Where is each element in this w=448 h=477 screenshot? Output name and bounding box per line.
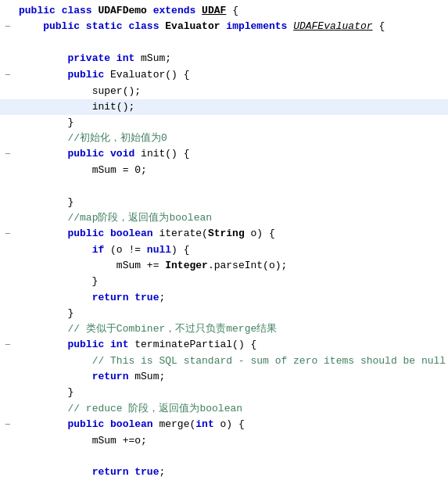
code-text-22: public int terminatePartial() { (16, 337, 448, 353)
code-line-23: // This is SQL standard - sum of zero it… (0, 353, 448, 369)
gutter-18 (0, 274, 16, 274)
code-line-21: // 类似于Combiner，不过只负责merge结果 (0, 321, 448, 337)
code-line-6: super(); (0, 84, 448, 99)
code-text-25: } (16, 385, 448, 400)
code-text-30: return true; (16, 464, 448, 477)
code-text-24: return mSum; (16, 369, 448, 385)
code-line-19: return true; (0, 290, 448, 306)
code-text-1: public class UDAFDemo extends UDAF { (16, 3, 448, 19)
gutter-25 (0, 385, 16, 386)
gutter-14 (0, 210, 16, 211)
code-text-23: // This is SQL standard - sum of zero it… (16, 353, 448, 369)
gutter-26 (0, 401, 16, 402)
code-text-14: //map阶段，返回值为boolean (16, 210, 448, 226)
code-text-10: public void init() { (16, 146, 448, 162)
code-text-15: public boolean iterate(String o) { (16, 226, 448, 242)
gutter-5: − (0, 67, 16, 84)
code-text-20: } (16, 306, 448, 321)
gutter-10: − (0, 146, 16, 163)
gutter-29 (0, 449, 16, 450)
code-line-25: } (0, 385, 448, 400)
code-text-9: //初始化，初始值为0 (16, 131, 448, 146)
code-text-7: init(); (16, 99, 448, 115)
gutter-20 (0, 306, 16, 307)
gutter-9 (0, 131, 16, 131)
code-line-20: } (0, 306, 448, 321)
code-text-27: public boolean merge(int o) { (16, 417, 448, 432)
gutter-17 (0, 258, 16, 259)
code-line-24: return mSum; (0, 369, 448, 385)
gutter-12 (0, 179, 16, 180)
gutter-2: − (0, 19, 16, 35)
gutter-11 (0, 163, 16, 163)
code-text-19: return true; (16, 290, 448, 306)
gutter-21 (0, 321, 16, 322)
gutter-19 (0, 290, 16, 291)
code-line-9: //初始化，初始值为0 (0, 131, 448, 146)
code-text-3 (16, 35, 448, 51)
code-text-28: mSum +=o; (16, 433, 448, 449)
code-text-17: mSum += Integer.parseInt(o); (16, 258, 448, 274)
code-line-3 (0, 35, 448, 51)
code-line-1: public class UDAFDemo extends UDAF { (0, 3, 448, 19)
code-line-26: // reduce 阶段，返回值为boolean (0, 401, 448, 417)
gutter-24 (0, 369, 16, 370)
code-line-27: − public boolean merge(int o) { (0, 417, 448, 433)
gutter-4 (0, 51, 16, 52)
code-text-29 (16, 449, 448, 464)
gutter-27: − (0, 417, 16, 433)
code-text-13: } (16, 195, 448, 210)
gutter-7 (0, 99, 16, 100)
code-text-12 (16, 179, 448, 195)
code-line-16: if (o != null) { (0, 242, 448, 258)
code-line-12 (0, 179, 448, 195)
code-text-18: } (16, 274, 448, 289)
code-text-21: // 类似于Combiner，不过只负责merge结果 (16, 321, 448, 337)
gutter-16 (0, 242, 16, 243)
gutter-22: − (0, 337, 16, 353)
gutter-1 (0, 3, 16, 4)
code-line-10: − public void init() { (0, 146, 448, 163)
code-line-11: mSum = 0; (0, 163, 448, 178)
code-text-2: public static class Evaluator implements… (16, 19, 448, 34)
code-line-4: private int mSum; (0, 51, 448, 66)
code-line-28: mSum +=o; (0, 433, 448, 449)
code-line-14: //map阶段，返回值为boolean (0, 210, 448, 226)
code-line-8: } (0, 115, 448, 131)
code-line-30: return true; (0, 464, 448, 477)
gutter-3 (0, 35, 16, 36)
code-text-5: public Evaluator() { (16, 67, 448, 83)
gutter-6 (0, 84, 16, 84)
gutter-13 (0, 195, 16, 195)
code-editor: public class UDAFDemo extends UDAF { − p… (0, 0, 448, 477)
gutter-30 (0, 464, 16, 465)
code-text-16: if (o != null) { (16, 242, 448, 258)
gutter-8 (0, 115, 16, 116)
code-text-6: super(); (16, 84, 448, 99)
code-line-13: } (0, 195, 448, 210)
code-line-5: − public Evaluator() { (0, 67, 448, 84)
code-text-8: } (16, 115, 448, 131)
code-line-29 (0, 449, 448, 464)
code-text-4: private int mSum; (16, 51, 448, 66)
code-line-15: − public boolean iterate(String o) { (0, 226, 448, 242)
code-line-2: − public static class Evaluator implemen… (0, 19, 448, 35)
code-line-22: − public int terminatePartial() { (0, 337, 448, 353)
code-text-11: mSum = 0; (16, 163, 448, 178)
code-line-7: init(); (0, 99, 448, 115)
code-line-18: } (0, 274, 448, 289)
gutter-23 (0, 353, 16, 354)
code-text-26: // reduce 阶段，返回值为boolean (16, 401, 448, 417)
gutter-28 (0, 433, 16, 434)
code-line-17: mSum += Integer.parseInt(o); (0, 258, 448, 274)
gutter-15: − (0, 226, 16, 242)
